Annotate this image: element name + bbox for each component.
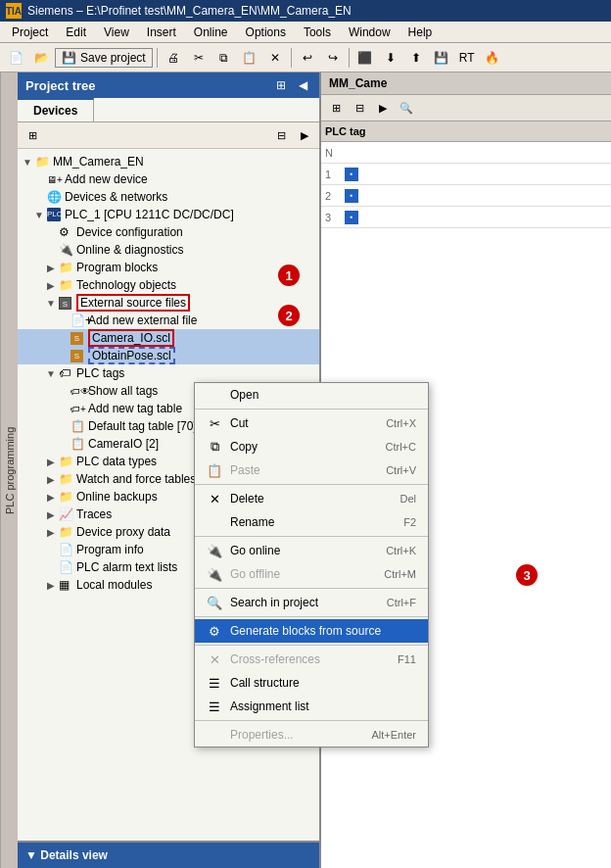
rt-btn[interactable]: RT bbox=[455, 46, 479, 70]
menu-insert[interactable]: Insert bbox=[139, 24, 184, 41]
ctx-copy-label: Copy bbox=[230, 440, 258, 454]
tab-bar: Devices bbox=[18, 98, 319, 122]
download-btn[interactable]: ⬇ bbox=[379, 46, 402, 70]
ctx-cut-shortcut: Ctrl+X bbox=[386, 417, 416, 429]
ctx-copy[interactable]: ⧉ Copy Ctrl+C bbox=[195, 435, 428, 458]
ctx-sep5 bbox=[195, 616, 428, 617]
tree-btn-arrow[interactable]: ▶ bbox=[294, 124, 315, 146]
assignment-list-icon: ☰ bbox=[207, 699, 222, 714]
menu-help[interactable]: Help bbox=[400, 24, 441, 41]
tab-devices[interactable]: Devices bbox=[18, 98, 94, 121]
arrow-online-backups: ▶ bbox=[45, 491, 57, 503]
print-btn[interactable]: 🖨 bbox=[162, 46, 185, 70]
copy-btn[interactable]: ⧉ bbox=[212, 46, 236, 70]
label-networks: Devices & networks bbox=[65, 190, 171, 204]
arrow-tech-objects: ▶ bbox=[45, 279, 57, 291]
label-traces: Traces bbox=[76, 507, 116, 521]
menu-edit[interactable]: Edit bbox=[58, 24, 94, 41]
right-toolbar-btn3[interactable]: ▶ bbox=[372, 97, 394, 119]
arrow-plc1: ▼ bbox=[33, 209, 45, 220]
right-toolbar-btn4[interactable]: 🔍 bbox=[396, 97, 417, 119]
tree-node-online-diag[interactable]: 🔌 Online & diagnostics bbox=[18, 241, 319, 259]
icon-online-diag: 🔌 bbox=[59, 242, 74, 258]
label-plc-alarm: PLC alarm text lists bbox=[76, 560, 181, 574]
arrow-cameraio-tag bbox=[57, 438, 69, 450]
table-row: 1 ▪ bbox=[321, 164, 611, 185]
open-btn[interactable]: 📂 bbox=[29, 46, 53, 70]
ctx-go-online[interactable]: 🔌 Go online Ctrl+K bbox=[195, 539, 428, 562]
right-panel-title: MM_Came bbox=[329, 76, 387, 90]
label-program-blocks: Program blocks bbox=[76, 261, 162, 274]
tree-node-obtain-pose[interactable]: S ObtainPose.scl bbox=[18, 347, 319, 364]
row-num-3: 3 bbox=[325, 212, 345, 223]
label-online-backups: Online backups bbox=[76, 490, 162, 504]
menu-online[interactable]: Online bbox=[186, 24, 236, 41]
label-device-config: Device configuration bbox=[76, 225, 187, 239]
ctx-search-project[interactable]: 🔍 Search in project Ctrl+F bbox=[195, 591, 428, 614]
right-panel-toolbar: ⊞ ⊟ ▶ 🔍 bbox=[321, 95, 611, 121]
icon-local-modules: ▦ bbox=[59, 577, 74, 593]
menu-options[interactable]: Options bbox=[238, 24, 294, 41]
tree-node-devices-networks[interactable]: 🌐 Devices & networks bbox=[18, 188, 319, 206]
label-tech-objects: Technology objects bbox=[76, 278, 180, 292]
tree-node-root[interactable]: ▼ 📁 MM_Camera_EN bbox=[18, 153, 319, 170]
save-btn2[interactable]: 💾 bbox=[430, 46, 453, 70]
ctx-sep2 bbox=[195, 484, 428, 485]
paste-btn[interactable]: 📋 bbox=[238, 46, 261, 70]
menu-view[interactable]: View bbox=[96, 24, 137, 41]
ctx-paste-label: Paste bbox=[230, 463, 260, 477]
new-btn[interactable]: 📄 bbox=[4, 46, 27, 70]
compile-btn[interactable]: ⬛ bbox=[353, 46, 377, 70]
ctx-call-structure[interactable]: ☰ Call structure bbox=[195, 671, 428, 695]
icon-online-backups: 📁 bbox=[59, 489, 74, 505]
right-toolbar-btn2[interactable]: ⊟ bbox=[349, 97, 370, 119]
go-online-icon: 🔌 bbox=[207, 543, 222, 558]
ctx-generate-blocks[interactable]: ⚙ Generate blocks from source bbox=[195, 619, 428, 643]
ctx-rename[interactable]: Rename F2 bbox=[195, 510, 428, 534]
tree-btn-view[interactable]: ⊟ bbox=[270, 124, 292, 146]
ctx-assignment-list[interactable]: ☰ Assignment list bbox=[195, 695, 428, 718]
save-project-button[interactable]: 💾 Save project bbox=[55, 48, 153, 68]
delete-btn[interactable]: ✕ bbox=[263, 46, 287, 70]
ctx-open[interactable]: Open bbox=[195, 383, 428, 407]
arrow-root: ▼ bbox=[22, 156, 33, 168]
go-offline-icon: 🔌 bbox=[207, 566, 222, 582]
menu-project[interactable]: Project bbox=[4, 24, 56, 41]
ctx-cross-refs: ✕ Cross-references F11 bbox=[195, 648, 428, 671]
context-menu: Open ✂ Cut Ctrl+X ⧉ Copy Ctrl+C 📋 Paste … bbox=[194, 382, 429, 747]
ctx-cut-label: Cut bbox=[230, 416, 249, 430]
ctx-delete[interactable]: ✕ Delete Del bbox=[195, 487, 428, 510]
label-obtain-pose: ObtainPose.scl bbox=[88, 349, 179, 362]
ctx-call-structure-label: Call structure bbox=[230, 676, 300, 690]
tree-node-add-device[interactable]: 🖥+ Add new device bbox=[18, 170, 319, 188]
tree-btn-1[interactable]: ⊞ bbox=[22, 124, 43, 146]
badge-2: 2 bbox=[278, 305, 300, 326]
tree-node-device-config[interactable]: ⚙ Device configuration bbox=[18, 223, 319, 241]
label-show-all: Show all tags bbox=[88, 384, 162, 398]
tree-node-plc-tags[interactable]: ▼ 🏷 PLC tags bbox=[18, 364, 319, 382]
details-view-section[interactable]: ▼ Details view bbox=[18, 841, 319, 868]
tree-node-plc1[interactable]: ▼ PLC PLC_1 [CPU 1211C DC/DC/DC] bbox=[18, 206, 319, 223]
cut-btn[interactable]: ✂ bbox=[187, 46, 211, 70]
tree-node-tech-objects[interactable]: ▶ 📁 Technology objects bbox=[18, 276, 319, 294]
badge-3: 3 bbox=[516, 564, 538, 586]
ctx-cut[interactable]: ✂ Cut Ctrl+X bbox=[195, 411, 428, 435]
icon-program-info: 📄 bbox=[59, 542, 74, 557]
open-icon bbox=[207, 387, 222, 403]
side-label-plc[interactable]: PLC programming bbox=[0, 72, 18, 868]
icon-device-proxy: 📁 bbox=[59, 524, 74, 540]
collapse-btn[interactable]: ◀ bbox=[294, 76, 311, 94]
right-toolbar-btn1[interactable]: ⊞ bbox=[325, 97, 347, 119]
tree-node-external-source[interactable]: ▼ S External source files bbox=[18, 294, 319, 312]
tree-node-add-external[interactable]: 📄+ Add new external file bbox=[18, 312, 319, 329]
upload-btn[interactable]: ⬆ bbox=[404, 46, 428, 70]
overview-btn[interactable]: ⊞ bbox=[272, 76, 290, 94]
arrow-add-tag bbox=[57, 403, 69, 414]
menu-window[interactable]: Window bbox=[341, 24, 399, 41]
undo-btn[interactable]: ↩ bbox=[296, 46, 319, 70]
tree-node-camera-io[interactable]: S Camera_IO.scl bbox=[18, 329, 319, 347]
redo-btn[interactable]: ↪ bbox=[321, 46, 345, 70]
menu-tools[interactable]: Tools bbox=[296, 24, 339, 41]
tree-node-program-blocks[interactable]: ▶ 📁 Program blocks bbox=[18, 259, 319, 276]
fire-btn[interactable]: 🔥 bbox=[481, 46, 504, 70]
